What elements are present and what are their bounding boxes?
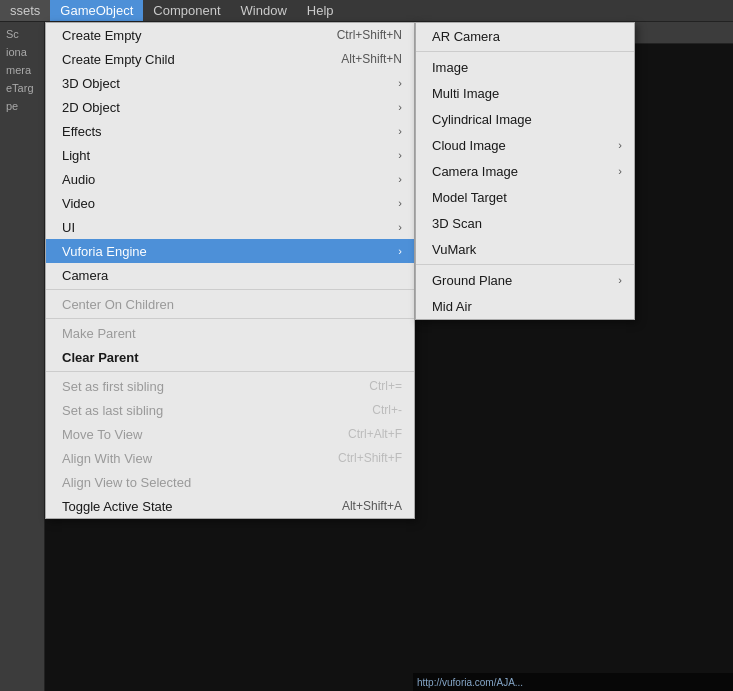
menubar-item-assets[interactable]: ssets xyxy=(0,0,50,21)
menu-item-clear-parent[interactable]: Clear Parent xyxy=(46,345,414,369)
menu-divider xyxy=(46,371,414,372)
menu-item-label-set-last-sibling: Set as last sibling xyxy=(62,403,163,418)
menu-item-label-camera: Camera xyxy=(62,268,108,283)
menubar-item-gameobject[interactable]: GameObject xyxy=(50,0,143,21)
menu-item-2d-object[interactable]: 2D Object› xyxy=(46,95,414,119)
menu-item-video[interactable]: Video› xyxy=(46,191,414,215)
menu-item-label-toggle-active-state: Toggle Active State xyxy=(62,499,173,514)
menubar-item-window[interactable]: Window xyxy=(231,0,297,21)
menu-item-audio[interactable]: Audio› xyxy=(46,167,414,191)
menu-item-label-3d-object: 3D Object xyxy=(62,76,120,91)
submenu-item-cloud-image[interactable]: Cloud Image› xyxy=(416,132,634,158)
menu-item-label-clear-parent: Clear Parent xyxy=(62,350,139,365)
menu-item-shortcut-toggle-active-state: Alt+Shift+A xyxy=(342,499,402,513)
menu-item-align-with-view: Align With ViewCtrl+Shift+F xyxy=(46,446,414,470)
submenu-item-label-camera-image: Camera Image xyxy=(432,164,518,179)
submenu-item-mid-air[interactable]: Mid Air xyxy=(416,293,634,319)
menu-item-label-light: Light xyxy=(62,148,90,163)
menubar: ssets GameObject Component Window Help xyxy=(0,0,733,22)
menu-item-label-align-with-view: Align With View xyxy=(62,451,152,466)
menu-item-label-ui: UI xyxy=(62,220,75,235)
submenu-item-label-3d-scan: 3D Scan xyxy=(432,216,482,231)
left-panel-mera: mera xyxy=(2,62,42,78)
submenu-item-arrow-ground-plane: › xyxy=(618,274,622,286)
menu-item-shortcut-set-first-sibling: Ctrl+= xyxy=(369,379,402,393)
submenu-item-label-image: Image xyxy=(432,60,468,75)
menu-item-effects[interactable]: Effects› xyxy=(46,119,414,143)
menu-item-create-empty-child[interactable]: Create Empty ChildAlt+Shift+N xyxy=(46,47,414,71)
menu-item-label-make-parent: Make Parent xyxy=(62,326,136,341)
submenu-item-label-cloud-image: Cloud Image xyxy=(432,138,506,153)
submenu-item-vumark[interactable]: VuMark xyxy=(416,236,634,262)
menu-item-label-create-empty: Create Empty xyxy=(62,28,141,43)
submenu-item-multi-image[interactable]: Multi Image xyxy=(416,80,634,106)
menu-item-label-video: Video xyxy=(62,196,95,211)
menu-item-move-to-view: Move To ViewCtrl+Alt+F xyxy=(46,422,414,446)
menu-item-shortcut-create-empty-child: Alt+Shift+N xyxy=(341,52,402,66)
menu-item-label-effects: Effects xyxy=(62,124,102,139)
menu-item-arrow-effects: › xyxy=(398,125,402,137)
menu-item-label-center-on-children: Center On Children xyxy=(62,297,174,312)
submenu-item-arrow-camera-image: › xyxy=(618,165,622,177)
menu-item-shortcut-move-to-view: Ctrl+Alt+F xyxy=(348,427,402,441)
menu-item-vuforia-engine[interactable]: Vuforia Engine› xyxy=(46,239,414,263)
menu-item-make-parent: Make Parent xyxy=(46,321,414,345)
submenu-item-label-model-target: Model Target xyxy=(432,190,507,205)
left-panel-etarg: eTarg xyxy=(2,80,42,96)
menu-item-set-last-sibling: Set as last siblingCtrl+- xyxy=(46,398,414,422)
submenu-item-image[interactable]: Image xyxy=(416,54,634,80)
left-panel: Sc iona mera eTarg pe xyxy=(0,22,45,691)
menu-item-create-empty[interactable]: Create EmptyCtrl+Shift+N xyxy=(46,23,414,47)
menu-item-align-view-selected: Align View to Selected xyxy=(46,470,414,494)
submenu-item-camera-image[interactable]: Camera Image› xyxy=(416,158,634,184)
submenu-item-ground-plane[interactable]: Ground Plane› xyxy=(416,267,634,293)
menu-item-arrow-vuforia-engine: › xyxy=(398,245,402,257)
menu-item-ui[interactable]: UI› xyxy=(46,215,414,239)
menu-item-toggle-active-state[interactable]: Toggle Active StateAlt+Shift+A xyxy=(46,494,414,518)
menu-item-label-create-empty-child: Create Empty Child xyxy=(62,52,175,67)
menu-item-arrow-3d-object: › xyxy=(398,77,402,89)
submenu-item-label-ground-plane: Ground Plane xyxy=(432,273,512,288)
menu-item-arrow-audio: › xyxy=(398,173,402,185)
vuforia-submenu: AR CameraImageMulti ImageCylindrical Ima… xyxy=(415,22,635,320)
menu-item-label-set-first-sibling: Set as first sibling xyxy=(62,379,164,394)
menu-divider xyxy=(46,289,414,290)
menubar-item-help[interactable]: Help xyxy=(297,0,344,21)
menubar-item-component[interactable]: Component xyxy=(143,0,230,21)
menu-item-arrow-light: › xyxy=(398,149,402,161)
menu-item-label-audio: Audio xyxy=(62,172,95,187)
url-text: http://vuforia.com/AJA... xyxy=(417,677,523,688)
submenu-item-model-target[interactable]: Model Target xyxy=(416,184,634,210)
menu-item-shortcut-create-empty: Ctrl+Shift+N xyxy=(337,28,402,42)
submenu-item-label-vumark: VuMark xyxy=(432,242,476,257)
menu-item-label-vuforia-engine: Vuforia Engine xyxy=(62,244,147,259)
menu-item-arrow-video: › xyxy=(398,197,402,209)
submenu-item-cylindrical-image[interactable]: Cylindrical Image xyxy=(416,106,634,132)
menu-item-arrow-2d-object: › xyxy=(398,101,402,113)
submenu-divider xyxy=(416,264,634,265)
submenu-item-label-ar-camera: AR Camera xyxy=(432,29,500,44)
submenu-item-label-cylindrical-image: Cylindrical Image xyxy=(432,112,532,127)
submenu-divider xyxy=(416,51,634,52)
left-panel-iona: iona xyxy=(2,44,42,60)
submenu-item-3d-scan[interactable]: 3D Scan xyxy=(416,210,634,236)
menu-item-label-move-to-view: Move To View xyxy=(62,427,142,442)
gameobject-menu: Create EmptyCtrl+Shift+NCreate Empty Chi… xyxy=(45,22,415,519)
menu-item-camera[interactable]: Camera xyxy=(46,263,414,287)
left-panel-pe: pe xyxy=(2,98,42,114)
submenu-item-ar-camera[interactable]: AR Camera xyxy=(416,23,634,49)
menu-item-3d-object[interactable]: 3D Object› xyxy=(46,71,414,95)
menu-item-set-first-sibling: Set as first siblingCtrl+= xyxy=(46,374,414,398)
menu-item-arrow-ui: › xyxy=(398,221,402,233)
menu-item-label-2d-object: 2D Object xyxy=(62,100,120,115)
url-bar: http://vuforia.com/AJA... xyxy=(413,673,733,691)
submenu-item-label-multi-image: Multi Image xyxy=(432,86,499,101)
menu-item-shortcut-align-with-view: Ctrl+Shift+F xyxy=(338,451,402,465)
menu-divider xyxy=(46,318,414,319)
menu-item-center-on-children: Center On Children xyxy=(46,292,414,316)
menu-item-label-align-view-selected: Align View to Selected xyxy=(62,475,191,490)
left-panel-sc: Sc xyxy=(2,26,42,42)
menu-item-shortcut-set-last-sibling: Ctrl+- xyxy=(372,403,402,417)
menu-item-light[interactable]: Light› xyxy=(46,143,414,167)
submenu-item-label-mid-air: Mid Air xyxy=(432,299,472,314)
